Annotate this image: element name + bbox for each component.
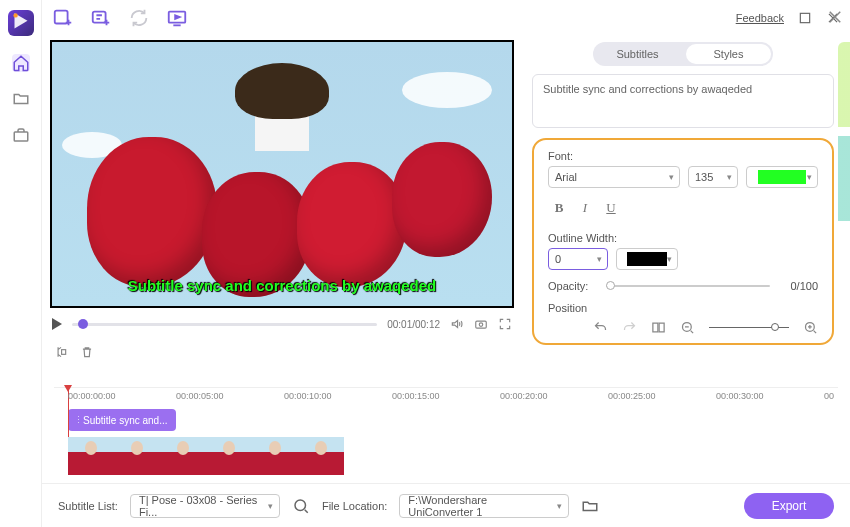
style-settings-panel: Font: Arial 135 B I U Outline Width: 0	[532, 138, 834, 345]
close-panel-icon[interactable]	[826, 8, 844, 26]
outline-width-select[interactable]: 0	[548, 248, 608, 270]
compare-icon[interactable]	[651, 320, 666, 335]
svg-rect-3	[93, 12, 106, 23]
open-folder-icon[interactable]	[581, 497, 599, 515]
zoom-out-icon[interactable]	[680, 320, 695, 335]
progress-slider[interactable]	[72, 323, 377, 326]
svg-point-7	[479, 323, 483, 327]
tabs: Subtitles Styles	[593, 42, 773, 66]
home-icon[interactable]	[12, 54, 30, 72]
position-label: Position	[548, 302, 818, 314]
tab-subtitles[interactable]: Subtitles	[595, 44, 680, 64]
italic-button[interactable]: I	[574, 198, 596, 218]
add-media-icon[interactable]	[52, 7, 74, 29]
add-text-icon[interactable]	[90, 7, 112, 29]
redo-icon[interactable]	[622, 320, 637, 335]
opacity-label: Opacity:	[548, 280, 598, 292]
fullscreen-icon[interactable]	[498, 317, 512, 331]
app-logo	[8, 10, 34, 36]
maximize-icon[interactable]	[798, 11, 812, 25]
time-display: 00:01/00:12	[387, 319, 440, 330]
split-icon[interactable]	[54, 345, 68, 359]
zoom-in-icon[interactable]	[803, 320, 818, 335]
subtitle-list-select[interactable]: T| Pose - 03x08 - Series Fi...	[130, 494, 280, 518]
footer: Subtitle List: T| Pose - 03x08 - Series …	[42, 483, 850, 527]
font-color-select[interactable]	[746, 166, 818, 188]
subtitle-overlay: Subtitle sync and corrections by awaqede…	[128, 277, 436, 294]
subtitle-clip[interactable]: ⋮Subtitle sync and...⋮	[68, 409, 176, 431]
timeline[interactable]: 00:00:00:00 00:00:05:00 00:00:10:00 00:0…	[42, 383, 850, 475]
topbar: Feedback	[42, 0, 850, 36]
export-button[interactable]: Export	[744, 493, 834, 519]
svg-rect-5	[800, 13, 809, 22]
delete-icon[interactable]	[80, 345, 94, 359]
timeline-ruler[interactable]: 00:00:00:00 00:00:05:00 00:00:10:00 00:0…	[54, 387, 838, 405]
undo-icon[interactable]	[593, 320, 608, 335]
preview-icon[interactable]	[166, 7, 188, 29]
font-size-select[interactable]: 135	[688, 166, 738, 188]
underline-button[interactable]: U	[600, 198, 622, 218]
font-label: Font:	[548, 150, 818, 162]
side-decoration	[838, 42, 850, 467]
svg-rect-1	[14, 132, 28, 141]
svg-rect-8	[62, 350, 66, 355]
font-color-swatch	[758, 170, 806, 184]
svg-rect-9	[653, 323, 658, 332]
sync-icon[interactable]	[128, 7, 150, 29]
opacity-slider[interactable]	[606, 285, 770, 287]
outline-color-select[interactable]	[616, 248, 678, 270]
play-button[interactable]	[52, 318, 62, 330]
camera-icon[interactable]	[474, 317, 488, 331]
outline-color-swatch	[627, 252, 667, 266]
video-track[interactable]	[68, 437, 838, 475]
left-nav-rail	[0, 0, 42, 527]
bold-button[interactable]: B	[548, 198, 570, 218]
outline-width-label: Outline Width:	[548, 232, 818, 244]
zoom-slider[interactable]	[709, 327, 789, 328]
search-icon[interactable]	[292, 497, 310, 515]
font-family-select[interactable]: Arial	[548, 166, 680, 188]
subtitle-list-label: Subtitle List:	[58, 500, 118, 512]
opacity-value: 0/100	[778, 280, 818, 292]
folder-icon[interactable]	[12, 90, 30, 108]
subtitle-text-input[interactable]: Subtitle sync and corrections by awaqede…	[532, 74, 834, 128]
briefcase-icon[interactable]	[12, 126, 30, 144]
svg-rect-2	[55, 11, 68, 24]
svg-rect-10	[659, 323, 664, 332]
tab-styles[interactable]: Styles	[686, 44, 771, 64]
svg-point-0	[13, 13, 17, 17]
svg-rect-6	[476, 321, 487, 328]
video-preview[interactable]: Subtitle sync and corrections by awaqede…	[50, 40, 514, 308]
feedback-link[interactable]: Feedback	[736, 12, 784, 24]
file-location-label: File Location:	[322, 500, 387, 512]
volume-icon[interactable]	[450, 317, 464, 331]
file-location-select[interactable]: F:\Wondershare UniConverter 1	[399, 494, 569, 518]
svg-point-13	[295, 500, 306, 511]
